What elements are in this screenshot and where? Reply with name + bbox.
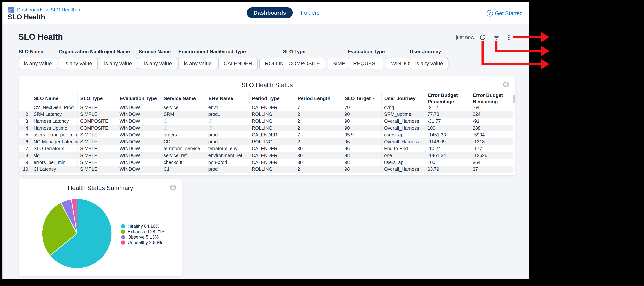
table-cell: 2 [295, 138, 342, 145]
table-cell: -1451.33 [425, 131, 470, 138]
column-header-slo-type[interactable]: SLO Type [78, 93, 117, 104]
column-header-user-journey[interactable]: User Journey [382, 93, 425, 104]
refresh-icon[interactable] [479, 33, 487, 41]
legend-item-exhausted[interactable]: Exhausted 28.21% [121, 229, 165, 234]
table-cell: Harness Latency [31, 118, 78, 125]
filter-chip[interactable]: is any value [139, 58, 177, 69]
annotation-arrow-head [541, 59, 550, 69]
column-header-env-name[interactable]: ENV Name [206, 93, 249, 104]
filter-chip-row: CALENDERROLLING [218, 58, 293, 69]
table-cell: SRM_uptime [382, 111, 425, 118]
table-row: 4Harness UptimeCOMPOSITEWINDOW∅∅ROLLING2… [19, 125, 513, 132]
table-row: 8sloSIMPLEWINDOWservice_refenvironment_r… [19, 152, 513, 159]
filter-chip-row: COMPOSITESIMPLE [283, 58, 357, 69]
table-scrollbar-thumb[interactable] [513, 95, 515, 103]
legend-item-observe[interactable]: Observe 5.13% [121, 234, 165, 240]
table-cell: 98 [342, 166, 382, 173]
table-cell: -177 [470, 145, 513, 152]
table-cell: CALENDER [249, 131, 295, 138]
legend-item-healthy[interactable]: Healthy 64.10% [121, 223, 165, 229]
filter-evaluation-type: Evaluation TypeREQUESTWINDOW [348, 49, 420, 69]
table-cell: users_api [382, 131, 425, 138]
table-cell: environment_ref [206, 152, 249, 159]
row-number: 9 [19, 159, 31, 166]
table-cell: users_api [382, 159, 425, 166]
filter-chip[interactable]: COMPOSITE [283, 58, 326, 69]
table-cell: Overall_Harness [382, 138, 425, 145]
chevron-right-icon: > [78, 7, 81, 12]
nav-tabs: Dashboards Folders [247, 7, 319, 18]
table-cell: 77.78 [425, 111, 470, 118]
filter-chip[interactable]: is any value [410, 58, 448, 69]
table-cell: 90 [342, 125, 382, 132]
legend-dot [121, 235, 125, 239]
kebab-menu-icon[interactable] [505, 33, 513, 41]
column-header-error-budget-percentage[interactable]: Error BudgetPercentage [425, 93, 470, 104]
legend-label: Healthy 64.10% [128, 224, 159, 229]
globe-icon[interactable] [502, 81, 510, 88]
column-header-evaluation-type[interactable]: Evaluation Type [117, 93, 161, 104]
table-cell: -10.24 [425, 145, 470, 152]
filter-icon[interactable] [492, 33, 500, 41]
filter-organization-name: Organization Nameis any value [59, 49, 104, 69]
sort-asc-icon [372, 97, 376, 99]
column-header-service-name[interactable]: Service Name [161, 93, 206, 104]
table-body: 1CV_NextGen_ProdSIMPLEWINDOWservice1env1… [19, 104, 513, 173]
table-cell: CV_NextGen_Prod [31, 104, 78, 111]
tab-dashboards[interactable]: Dashboards [247, 7, 293, 18]
legend-item-unhealthy[interactable]: Unhealthy 2.56% [121, 240, 165, 245]
table-cell: orders [161, 131, 206, 138]
breadcrumb-slo-health[interactable]: SLO Health [50, 7, 76, 13]
filter-chip[interactable]: REQUEST [348, 58, 384, 69]
tab-folders[interactable]: Folders [300, 9, 319, 16]
table-cell: 30 [295, 145, 342, 152]
breadcrumb-dashboards[interactable]: Dashboards [17, 7, 43, 13]
table-cell: checkout [161, 159, 206, 166]
annotation-arrow-line [513, 36, 542, 38]
table-cell: CI Latency [31, 166, 78, 173]
table-cell: non-prod [206, 159, 249, 166]
table-cell: 98 [342, 159, 382, 166]
filter-slo-name: SLO Nameis any value [18, 49, 57, 69]
table-cell: 2 [295, 125, 342, 132]
annotation-arrow-line [495, 50, 542, 52]
table-cell: -1146.09 [425, 138, 470, 145]
table-cell: 63.79 [425, 166, 470, 173]
filter-chip[interactable]: is any value [18, 58, 57, 69]
filter-label: Enviornment Name [178, 49, 223, 54]
table-cell: COMPOSITE [78, 118, 117, 125]
row-number: 5 [19, 131, 31, 138]
table-cell: 96 [342, 138, 382, 145]
filter-chip-row: is any value [18, 58, 57, 69]
slo-health-status-card: SLO Health Status SLO NameSLO TypeEvalua… [19, 76, 516, 175]
legend-label: Exhausted 28.21% [128, 229, 165, 234]
table-row: 2SRM LatencySIMPLEWINDOWSRMprod1ROLLING2… [19, 111, 513, 118]
table-cell: WINDOW [117, 166, 161, 173]
get-started-button[interactable]: ? Get Started [486, 10, 522, 16]
table-cell: ROLLING [249, 138, 295, 145]
table-cell: 37 [470, 166, 513, 173]
table-cell: -12626 [470, 152, 513, 159]
table-row: 5users_error_per_minSIMPLEWINDOWorderspr… [19, 131, 513, 138]
table-header-row: SLO NameSLO TypeEvaluation TypeService N… [19, 93, 513, 104]
table-cell: SRM [161, 111, 206, 118]
column-header-error-budget-remaining[interactable]: Error BudgetRemaining [470, 93, 513, 104]
column-header-slo-target[interactable]: SLO Target [342, 93, 382, 104]
table-cell: -1318 [470, 138, 513, 145]
column-header-slo-name[interactable]: SLO Name [31, 93, 78, 104]
filter-chip-row: REQUESTWINDOW [348, 58, 420, 69]
filter-chip[interactable]: is any value [59, 58, 98, 69]
table-cell: -5994 [470, 131, 513, 138]
table-row: 7SLO TerraformSIMPLEWINDOWterraform_serv… [19, 145, 513, 152]
table-cell: ROLLING [249, 125, 295, 132]
filter-chip[interactable]: is any value [99, 58, 137, 69]
filter-label: SLO Type [283, 49, 357, 54]
column-header-period-type[interactable]: Period Type [249, 93, 295, 104]
table-cell: Overall_Harness [382, 166, 425, 173]
table-cell: CD [161, 138, 206, 145]
filter-chip[interactable]: CALENDER [218, 58, 258, 69]
table-cell: WINDOW [117, 125, 161, 132]
table-cell: -641 [470, 104, 513, 111]
column-header-period-length[interactable]: Period Length [295, 93, 342, 104]
filter-chip[interactable]: is any value [178, 58, 217, 69]
